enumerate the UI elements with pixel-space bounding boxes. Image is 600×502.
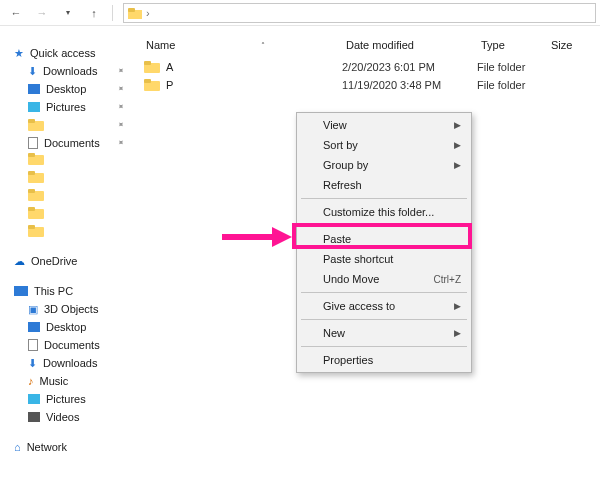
chevron-right-icon: › bbox=[146, 7, 150, 19]
sidebar-item-network[interactable]: ⌂ Network bbox=[0, 438, 135, 456]
sidebar-item-label: Downloads bbox=[43, 65, 97, 77]
ctx-separator bbox=[301, 225, 467, 226]
pictures-icon bbox=[28, 102, 40, 112]
sidebar-item-quick-access[interactable]: ★ Quick access bbox=[0, 44, 135, 62]
ctx-label: Customize this folder... bbox=[323, 206, 461, 218]
sidebar-item-pictures-pc[interactable]: Pictures bbox=[0, 390, 135, 408]
folder-icon[interactable] bbox=[28, 206, 48, 222]
music-icon: ♪ bbox=[28, 375, 34, 387]
sidebar-item-3d-objects[interactable]: ▣ 3D Objects bbox=[0, 300, 135, 318]
ctx-paste[interactable]: Paste bbox=[299, 229, 469, 249]
sidebar-item-label: Documents bbox=[44, 339, 100, 351]
ctx-sort-by[interactable]: Sort by ▶ bbox=[299, 135, 469, 155]
download-icon: ⬇ bbox=[28, 357, 37, 370]
ctx-paste-shortcut[interactable]: Paste shortcut bbox=[299, 249, 469, 269]
ctx-refresh[interactable]: Refresh bbox=[299, 175, 469, 195]
forward-button[interactable]: → bbox=[30, 2, 54, 24]
column-name[interactable]: Name ˄ bbox=[140, 36, 340, 54]
folder-icon[interactable] bbox=[28, 224, 48, 240]
file-date: 11/19/2020 3:48 PM bbox=[342, 79, 477, 91]
file-list[interactable]: A 2/20/2023 6:01 PM File folder P 11/19/… bbox=[140, 58, 600, 94]
folder-icon[interactable] bbox=[28, 170, 48, 186]
ctx-label: Undo Move bbox=[323, 273, 434, 285]
folder-icon bbox=[144, 78, 160, 92]
svg-marker-3 bbox=[272, 227, 292, 247]
folder-icon[interactable] bbox=[28, 188, 48, 204]
sidebar-item-label: This PC bbox=[34, 285, 73, 297]
sidebar-item-documents-pc[interactable]: Documents bbox=[0, 336, 135, 354]
sidebar-item-documents[interactable]: Documents ✦ bbox=[0, 134, 135, 152]
ctx-separator bbox=[301, 292, 467, 293]
pin-icon: ✦ bbox=[115, 137, 128, 150]
ctx-separator bbox=[301, 319, 467, 320]
sidebar-item-desktop[interactable]: Desktop ✦ bbox=[0, 80, 135, 98]
pin-icon: ✦ bbox=[115, 83, 128, 96]
sidebar-item-desktop-pc[interactable]: Desktop bbox=[0, 318, 135, 336]
up-button[interactable]: ↑ bbox=[82, 2, 106, 24]
toolbar-separator bbox=[112, 5, 113, 21]
file-date: 2/20/2023 6:01 PM bbox=[342, 61, 477, 73]
back-button[interactable]: ← bbox=[4, 2, 28, 24]
download-icon: ⬇ bbox=[28, 65, 37, 78]
sidebar-item-label: Pictures bbox=[46, 393, 86, 405]
ctx-label: Paste bbox=[323, 233, 461, 245]
pin-icon: ✦ bbox=[115, 101, 128, 114]
videos-icon bbox=[28, 412, 40, 422]
chevron-right-icon: ▶ bbox=[454, 120, 461, 130]
file-row[interactable]: A 2/20/2023 6:01 PM File folder bbox=[140, 58, 600, 76]
sidebar-item-this-pc[interactable]: This PC bbox=[0, 282, 135, 300]
file-row[interactable]: P 11/19/2020 3:48 PM File folder bbox=[140, 76, 600, 94]
documents-icon bbox=[28, 339, 38, 351]
network-icon: ⌂ bbox=[14, 441, 21, 453]
ctx-label: Properties bbox=[323, 354, 461, 366]
sidebar-item-videos[interactable]: Videos bbox=[0, 408, 135, 426]
sidebar-item-pictures[interactable]: Pictures ✦ bbox=[0, 98, 135, 116]
sort-caret-icon: ˄ bbox=[261, 41, 265, 50]
folder-icon bbox=[144, 60, 160, 74]
pictures-icon bbox=[28, 394, 40, 404]
sidebar-item-label: 3D Objects bbox=[44, 303, 98, 315]
ctx-view[interactable]: View ▶ bbox=[299, 115, 469, 135]
context-menu: View ▶ Sort by ▶ Group by ▶ Refresh Cust… bbox=[296, 112, 472, 373]
column-type[interactable]: Type bbox=[475, 36, 545, 54]
ctx-label: Sort by bbox=[323, 139, 454, 151]
column-size[interactable]: Size bbox=[545, 36, 600, 54]
ctx-undo-move[interactable]: Undo Move Ctrl+Z bbox=[299, 269, 469, 289]
ctx-properties[interactable]: Properties bbox=[299, 350, 469, 370]
ctx-label: Give access to bbox=[323, 300, 454, 312]
chevron-right-icon: ▶ bbox=[454, 301, 461, 311]
desktop-icon bbox=[28, 322, 40, 332]
ctx-group-by[interactable]: Group by ▶ bbox=[299, 155, 469, 175]
recent-dropdown[interactable]: ▾ bbox=[56, 2, 80, 24]
file-name: A bbox=[166, 61, 342, 73]
sidebar-item-downloads-pc[interactable]: ⬇ Downloads bbox=[0, 354, 135, 372]
monitor-icon bbox=[14, 286, 28, 296]
column-date[interactable]: Date modified bbox=[340, 36, 475, 54]
file-type: File folder bbox=[477, 79, 557, 91]
sidebar-item-label: Downloads bbox=[43, 357, 97, 369]
chevron-right-icon: ▶ bbox=[454, 160, 461, 170]
cube-icon: ▣ bbox=[28, 303, 38, 316]
sidebar-item-folder-pinned[interactable]: ✦ bbox=[0, 116, 135, 134]
sidebar-item-label: Videos bbox=[46, 411, 79, 423]
column-headers: Name ˄ Date modified Type Size bbox=[140, 36, 600, 54]
chevron-right-icon: ▶ bbox=[454, 140, 461, 150]
ctx-new[interactable]: New ▶ bbox=[299, 323, 469, 343]
navigation-pane: ★ Quick access ⬇ Downloads ✦ Desktop ✦ P… bbox=[0, 36, 135, 502]
sidebar-item-label: Network bbox=[27, 441, 67, 453]
sidebar-item-onedrive[interactable]: ☁ OneDrive bbox=[0, 252, 135, 270]
pin-icon: ✦ bbox=[115, 65, 128, 78]
ctx-label: View bbox=[323, 119, 454, 131]
toolbar: ← → ▾ ↑ › bbox=[0, 0, 600, 26]
ctx-give-access-to[interactable]: Give access to ▶ bbox=[299, 296, 469, 316]
sidebar-item-music[interactable]: ♪ Music bbox=[0, 372, 135, 390]
file-name: P bbox=[166, 79, 342, 91]
sidebar-item-label: Pictures bbox=[46, 101, 86, 113]
folder-icon[interactable] bbox=[28, 152, 48, 168]
sidebar-item-label: Desktop bbox=[46, 321, 86, 333]
ctx-customize-folder[interactable]: Customize this folder... bbox=[299, 202, 469, 222]
ctx-label: New bbox=[323, 327, 454, 339]
ctx-label: Refresh bbox=[323, 179, 461, 191]
sidebar-item-downloads[interactable]: ⬇ Downloads ✦ bbox=[0, 62, 135, 80]
address-bar[interactable]: › bbox=[123, 3, 596, 23]
